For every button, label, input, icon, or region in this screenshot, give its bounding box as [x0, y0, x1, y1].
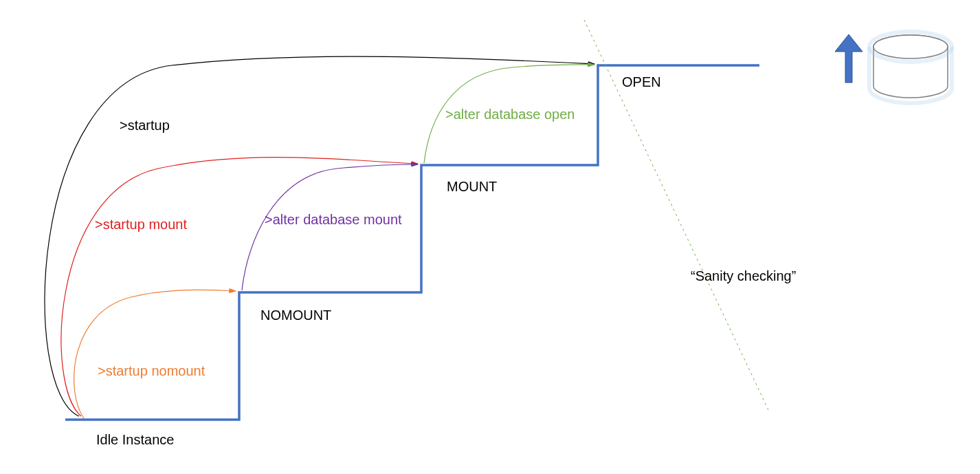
startup-label: >startup [120, 118, 170, 133]
up-arrow-icon [835, 34, 862, 83]
svg-point-1 [873, 35, 948, 58]
database-cylinder-icon [869, 32, 952, 103]
alter-mount-label: >alter database mount [265, 212, 402, 228]
alter-open-label: >alter database open [445, 107, 575, 122]
idle-state-label: Idle Instance [96, 432, 174, 448]
sanity-checking-label: “Sanity checking” [691, 268, 796, 284]
diagram-canvas [0, 0, 980, 474]
startup-mount-label: >startup mount [95, 217, 187, 233]
nomount-state-label: NOMOUNT [260, 308, 331, 323]
mount-state-label: MOUNT [447, 179, 497, 195]
startup-nomount-label: >startup nomount [98, 363, 205, 379]
startup-nomount-curve [74, 290, 236, 418]
sanity-checking-line [584, 20, 770, 413]
open-state-label: OPEN [622, 74, 661, 90]
